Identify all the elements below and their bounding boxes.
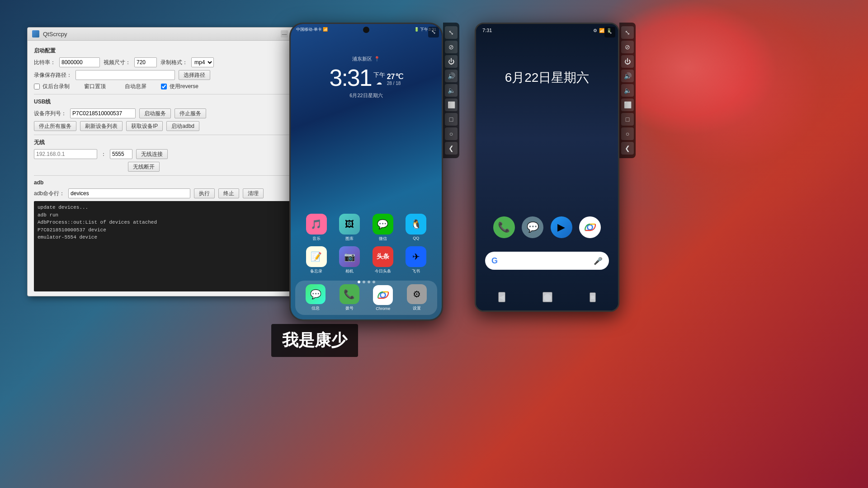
port-separator: ： [101,150,106,158]
phone1-dock: 💬 信息 📞 拨号 [295,281,437,315]
vol-up-button-2[interactable]: 🔊 [621,70,634,82]
record-format-select[interactable]: mp4 [191,57,214,67]
wireless-connect-button[interactable]: 无线连接 [136,149,168,159]
adb-cmd-label: adb命令行： [34,190,65,197]
device-id-label: 设备序列号： [34,110,66,117]
stop-all-button[interactable]: 停止所有服务 [34,121,76,131]
phone2-body[interactable]: ⤡ 7:31 ⚙ 📶 🔋 6月22日星期六 📞 [475,23,619,312]
phone1-camera [363,27,369,33]
app-music[interactable]: 🎵 音乐 [303,214,330,242]
google-search-bar[interactable]: G 🎤 [485,252,609,270]
rotate-button-1[interactable]: ⊘ [445,41,458,53]
bitrate-input[interactable] [59,57,100,67]
dock-phone[interactable]: 📞 拨号 [340,284,359,311]
screenshot-button-2[interactable]: □ [621,113,634,126]
phone2-app-chrome[interactable] [579,216,601,238]
phone2-statusbar: 7:31 ⚙ 📶 🔋 [476,24,618,37]
app-memo[interactable]: 📝 备忘录 [303,246,330,274]
dock-settings[interactable]: ⚙ 设置 [407,284,427,311]
phone1-app-grid: 🎵 音乐 🖼 图库 💬 微信 🐧 QQ [300,214,433,279]
phone2-app-phone[interactable]: 📞 [493,216,515,238]
only-bg-record-checkbox[interactable] [34,84,40,89]
window-titlebar: QtScrcpy — × [28,28,302,41]
record-button-2[interactable]: ⬜ [621,99,634,111]
music-label: 音乐 [312,236,321,242]
start-adbd-button[interactable]: 启动adbd [166,121,199,131]
app-feishu[interactable]: ✈ 飞书 [402,246,429,274]
startup-section-title: 启动配置 [34,47,296,55]
app-camera[interactable]: 📷 相机 [336,246,363,274]
record-format-label: 录制格式： [160,59,188,66]
phone2-settings-icon: ⚙ [593,28,597,33]
phone1-carrier: 中国移动-单卡 📶 [296,27,328,33]
qq-icon: 🐧 [406,214,426,235]
vol-down-button-2[interactable]: 🔈 [621,84,634,97]
phone2-app-msg[interactable]: 💬 [522,216,543,238]
home-button-2[interactable]: ○ [621,127,634,140]
ip-input[interactable] [34,149,97,159]
adb-cmd-row: adb命令行： 执行 终止 清理 [34,188,296,198]
select-path-button[interactable]: 选择路径 [179,70,210,80]
nav-recents-button[interactable]: ■ [590,292,596,302]
wechat-label: 微信 [379,236,387,242]
app-wechat[interactable]: 💬 微信 [369,214,396,242]
toutiao-icon: 头条 [373,246,393,267]
adb-cmd-input[interactable] [68,188,190,198]
device-id-row: 设备序列号： 启动服务 停止服务 [34,108,296,118]
screenshot-button-1[interactable]: □ [445,113,458,126]
clear-button[interactable]: 清理 [243,188,264,198]
fullscreen-button-1[interactable]: ⤡ [445,26,458,39]
wechat-icon: 💬 [373,214,393,235]
get-ip-button[interactable]: 获取设备IP [126,121,163,131]
port-input[interactable] [110,149,132,159]
nav-home-button[interactable]: ⬤ [542,292,552,302]
console-line-4: P7C0218510000537 device [38,226,292,234]
power-button-2[interactable]: ⏻ [621,55,634,68]
dock-chrome[interactable]: Chrome [373,285,393,311]
nav-back-button[interactable]: ◀ [498,292,505,302]
stop-service-button[interactable]: 停止服务 [175,108,206,118]
wireless-disconnect-button[interactable]: 无线断开 [128,162,160,172]
window-content: 启动配置 比特率： 视频尺寸： 录制格式： mp4 录像保存路径： 选择路径 仅… [28,41,302,296]
record-button-1[interactable]: ⬜ [445,99,458,111]
use-reverse-checkbox[interactable] [161,84,167,89]
app-icon [32,30,39,38]
phone2-expand-button[interactable]: ⤡ [604,27,615,38]
back-button-1[interactable]: ❮ [445,142,458,155]
qtscrcpy-window: QtScrcpy — × 启动配置 比特率： 视频尺寸： 录制格式： mp4 录… [27,27,303,296]
power-button-1[interactable]: ⏻ [445,55,458,68]
video-size-input[interactable] [134,57,157,67]
phone-dock-icon: 📞 [340,284,359,304]
memo-label: 备忘录 [310,268,322,274]
app-gallery[interactable]: 🖼 图库 [336,214,363,242]
start-service-button[interactable]: 启动服务 [139,108,171,118]
phone2-app-play[interactable]: ▶ [551,216,572,238]
app-qq[interactable]: 🐧 QQ [402,214,429,242]
wireless-row: ： 无线连接 [34,149,296,159]
feishu-icon: ✈ [406,246,426,267]
dock-message[interactable]: 💬 信息 [306,284,326,311]
phone1-side-controls: ⤡ ⊘ ⏻ 🔊 🔈 ⬜ □ ○ ❮ [443,23,459,158]
phone2-msg-icon: 💬 [522,216,543,238]
subtitle-text: 我是康少 [282,331,347,349]
memo-icon: 📝 [306,246,327,267]
usb-section-title: USB线 [34,98,296,106]
minimize-button[interactable]: — [281,30,288,38]
phone2-date-display: 6月22日星期六 [476,69,618,86]
record-path-label: 录像保存路径： [34,71,72,79]
vol-down-button-1[interactable]: 🔈 [445,84,458,97]
vol-up-button-1[interactable]: 🔊 [445,70,458,82]
device-id-input[interactable] [70,108,136,118]
back-button-2[interactable]: ❮ [621,142,634,155]
exec-button[interactable]: 执行 [194,188,215,198]
app-toutiao[interactable]: 头条 今日头条 [369,246,396,274]
refresh-devices-button[interactable]: 刷新设备列表 [80,121,123,131]
record-path-input[interactable] [75,70,175,80]
phone1-body[interactable]: ⤡ 中国移动-单卡 📶 🔋 下午3:31 浦东新区 📍 3:31 下午 ☁ [289,23,443,321]
fullscreen-button-2[interactable]: ⤡ [621,26,634,39]
terminate-button[interactable]: 终止 [218,188,239,198]
rotate-button-2[interactable]: ⊘ [621,41,634,53]
home-button-1[interactable]: ○ [445,127,458,140]
console-output: update devices... adb run AdbProcess::ou… [34,201,296,291]
phone1-expand-button[interactable]: ⤡ [428,27,439,38]
